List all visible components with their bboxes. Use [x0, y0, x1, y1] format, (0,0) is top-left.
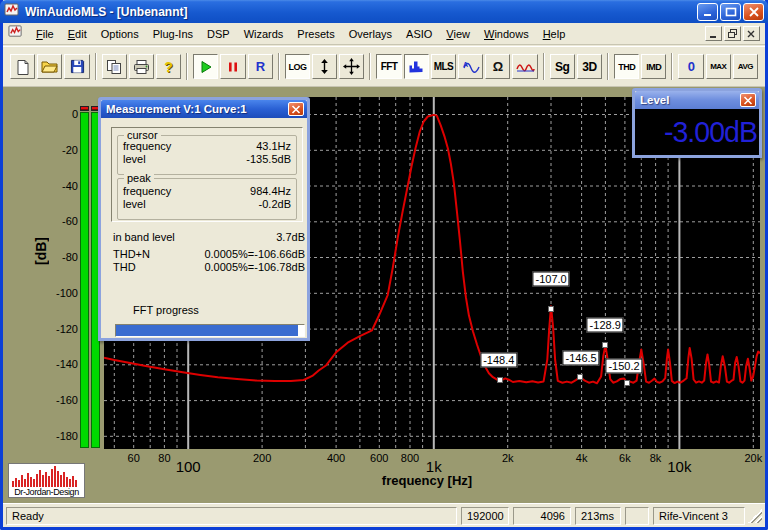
level-value: -3.00dB: [664, 115, 757, 149]
menu-help[interactable]: Help: [536, 25, 573, 43]
fft-progress-label: FFT progress: [133, 304, 199, 316]
open-folder-icon: [41, 59, 58, 74]
toolbar-separator: [543, 53, 545, 80]
cursor-frequency-value: 43.1Hz: [256, 140, 291, 153]
menu-plug-ins[interactable]: Plug-Ins: [146, 25, 200, 43]
save-file-button[interactable]: [64, 54, 89, 79]
3d-view-button[interactable]: 3D: [577, 54, 602, 79]
new-document-button[interactable]: [10, 54, 35, 79]
cursor-group-label: cursor: [124, 129, 161, 141]
help-question-icon: ?: [164, 59, 173, 75]
v-arrow-icon: [317, 58, 332, 75]
peak-value-label: -150.2: [605, 359, 642, 374]
document-icon[interactable]: [8, 24, 23, 43]
menu-presets[interactable]: Presets: [290, 25, 341, 43]
measurement-close-button[interactable]: [288, 102, 304, 116]
menu-wizards[interactable]: Wizards: [237, 25, 291, 43]
toolbar-separator: [607, 53, 609, 80]
x-tick-label: 4k: [560, 452, 604, 464]
peak-marker[interactable]: [497, 377, 503, 383]
menu-windows[interactable]: Windows: [477, 25, 536, 43]
y-tick-label: -140: [42, 358, 78, 370]
spectrum-display-button[interactable]: [404, 54, 429, 79]
minimize-button[interactable]: [697, 3, 718, 21]
3d-view-label: 3D: [582, 60, 596, 74]
thd-mode-button[interactable]: THD: [614, 54, 639, 79]
mdi-close-button[interactable]: [743, 26, 760, 41]
in-band-level-row: in band level3.7dB: [113, 231, 305, 244]
sine-signal-button[interactable]: A: [458, 54, 483, 79]
record-button[interactable]: R: [248, 54, 273, 79]
status-ready: Ready: [6, 507, 457, 525]
peak-marker[interactable]: [548, 306, 554, 312]
x-tick-label: 20k: [731, 452, 768, 464]
y-tick-label: -40: [42, 180, 78, 192]
peak-marker[interactable]: [577, 374, 583, 380]
status-bar: Ready 192000 4096 213ms Rife-Vincent 3: [3, 503, 765, 527]
fft-progress-bar: [115, 324, 305, 337]
peak-marker[interactable]: [624, 380, 630, 386]
play-triangle-icon: [198, 59, 214, 75]
maximize-button[interactable]: [720, 3, 741, 21]
pan-button[interactable]: [339, 54, 364, 79]
level-meter-left-peak: [80, 106, 89, 111]
reset-button[interactable]: 0: [678, 54, 703, 79]
mls-mode-button[interactable]: MLS: [431, 54, 456, 79]
mdi-restore-button[interactable]: [724, 26, 741, 41]
overlay-curves-button[interactable]: [512, 54, 537, 79]
peak-frequency-label: frequency: [123, 185, 171, 198]
printer-icon: [133, 59, 150, 75]
peak-marker[interactable]: [602, 342, 608, 348]
save-floppy-icon: [70, 59, 85, 74]
log-scale-button[interactable]: LOG: [285, 54, 310, 79]
cursor-group: cursor frequency43.1Hz level-135.5dB: [117, 135, 297, 175]
logo-text: Dr-Jordan-Design: [9, 487, 84, 497]
impedance-button[interactable]: Ω: [485, 54, 510, 79]
menu-view[interactable]: View: [439, 25, 477, 43]
spectrum-bars-icon: [408, 59, 424, 74]
menu-overlays[interactable]: Overlays: [342, 25, 399, 43]
dr-jordan-logo: Dr-Jordan-Design: [8, 463, 85, 498]
logo-waveform: [12, 466, 81, 487]
status-window-function: Rife-Vincent 3: [653, 507, 745, 525]
new-document-icon: [15, 59, 31, 75]
close-button[interactable]: [743, 3, 764, 21]
imd-mode-label: IMD: [646, 62, 661, 72]
mdi-minimize-button[interactable]: [705, 26, 722, 41]
open-file-button[interactable]: [37, 54, 62, 79]
print-button[interactable]: [129, 54, 154, 79]
max-hold-button[interactable]: MAX: [706, 54, 731, 79]
resize-grip[interactable]: [748, 509, 762, 523]
imd-mode-button[interactable]: IMD: [641, 54, 666, 79]
measurement-title: Measurement V:1 Curve:1: [106, 103, 288, 115]
average-button[interactable]: AVG: [733, 54, 758, 79]
play-button[interactable]: [193, 54, 218, 79]
level-close-button[interactable]: [740, 93, 756, 107]
level-title-bar[interactable]: Level: [635, 91, 759, 109]
y-tick-label: -120: [42, 323, 78, 335]
peak-level-value: -0.2dB: [259, 198, 291, 211]
signal-generator-button[interactable]: Sg: [550, 54, 575, 79]
window-title: WinAudioMLS - [Unbenannt]: [25, 5, 695, 19]
pause-button[interactable]: [220, 54, 245, 79]
x-tick-label: 200: [240, 452, 284, 464]
copy-button[interactable]: [102, 54, 127, 79]
menu-file[interactable]: File: [29, 25, 61, 43]
peak-value-label: -148.4: [480, 353, 517, 368]
menu-asio[interactable]: ASIO: [399, 25, 439, 43]
level-display: -3.00dB: [635, 109, 759, 155]
help-button[interactable]: ?: [156, 54, 181, 79]
level-title: Level: [640, 94, 740, 106]
fft-mode-button[interactable]: FFT: [376, 54, 401, 79]
vertical-scale-button[interactable]: [312, 54, 337, 79]
menu-options[interactable]: Options: [94, 25, 146, 43]
measurement-title-bar[interactable]: Measurement V:1 Curve:1: [101, 100, 307, 118]
menu-dsp[interactable]: DSP: [200, 25, 237, 43]
fft-mode-label: FFT: [381, 61, 398, 72]
menu-edit[interactable]: Edit: [61, 25, 94, 43]
log-scale-label: LOG: [288, 62, 306, 72]
y-tick-label: -60: [42, 215, 78, 227]
toolbar-separator: [95, 53, 97, 80]
title-bar[interactable]: WinAudioMLS - [Unbenannt]: [0, 0, 768, 23]
cursor-level-value: -135.5dB: [246, 153, 291, 166]
